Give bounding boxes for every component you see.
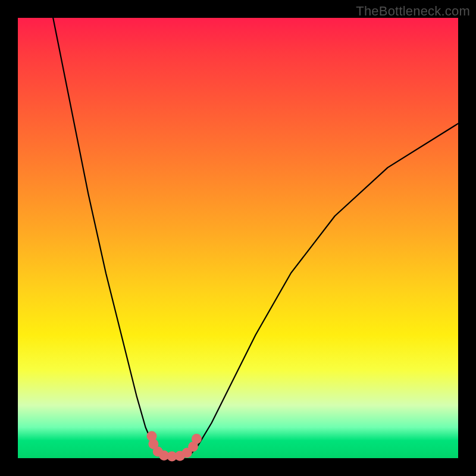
plot-area [18,18,458,458]
bottleneck-curve [53,18,458,457]
watermark-text: TheBottleneck.com [356,4,470,19]
outer-frame: TheBottleneck.com [0,0,476,476]
bottleneck-curve-svg [18,18,458,458]
curve-marker [192,434,202,444]
bottom-marker-cluster [147,431,202,462]
